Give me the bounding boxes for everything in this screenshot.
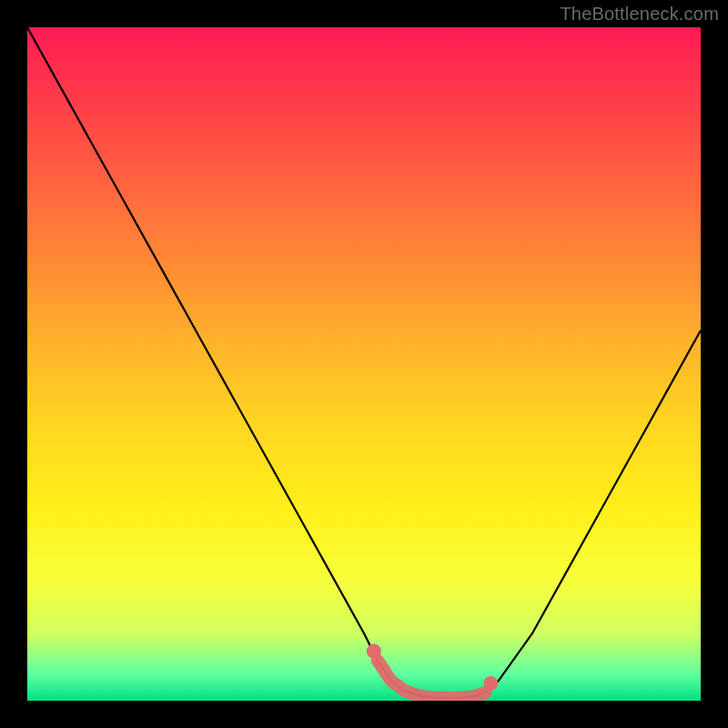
chart-svg bbox=[27, 27, 701, 701]
trough-highlight bbox=[367, 644, 498, 698]
trough-highlight-stroke bbox=[378, 661, 485, 698]
plot-area bbox=[27, 27, 701, 701]
trough-end-dot bbox=[483, 676, 498, 691]
trough-end-dot bbox=[367, 644, 381, 659]
main-curve bbox=[27, 27, 701, 698]
watermark-text: TheBottleneck.com bbox=[560, 4, 719, 25]
chart-frame: TheBottleneck.com bbox=[0, 0, 728, 728]
bottleneck-curve bbox=[27, 27, 701, 698]
